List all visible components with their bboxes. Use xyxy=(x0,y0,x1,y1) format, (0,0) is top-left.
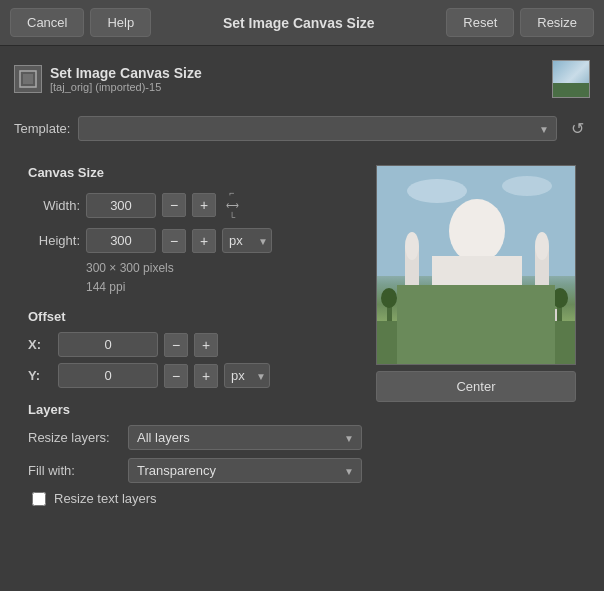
resize-text-label[interactable]: Resize text layers xyxy=(54,491,157,506)
dialog-sub-title: [taj_orig] (imported)-15 xyxy=(50,81,202,93)
resize-layers-select-wrapper: All layers Image layers All visible laye… xyxy=(128,425,362,450)
offset-x-increase-button[interactable]: + xyxy=(194,333,218,357)
svg-point-10 xyxy=(535,232,549,260)
width-label: Width: xyxy=(28,198,80,213)
offset-x-row: X: − + xyxy=(28,332,362,357)
template-label: Template: xyxy=(14,121,70,136)
offset-x-decrease-button[interactable]: − xyxy=(164,333,188,357)
width-input[interactable] xyxy=(86,193,156,218)
preview-image xyxy=(377,166,575,364)
offset-section: Offset X: − + Y: − + px in xyxy=(28,309,362,388)
pixel-info: 300 × 300 pixels 144 ppi xyxy=(86,259,362,297)
resize-text-checkbox[interactable] xyxy=(32,492,46,506)
help-button[interactable]: Help xyxy=(90,8,151,37)
resize-text-row: Resize text layers xyxy=(32,491,362,506)
height-increase-button[interactable]: + xyxy=(192,229,216,253)
link-bot: └ xyxy=(229,212,235,222)
resize-layers-label: Resize layers: xyxy=(28,430,118,445)
layers-section: Layers Resize layers: All layers Image l… xyxy=(28,402,362,506)
svg-point-5 xyxy=(449,199,505,263)
fill-with-select[interactable]: Transparency Background Color Foreground… xyxy=(128,458,362,483)
toolbar-title: Set Image Canvas Size xyxy=(157,15,440,31)
template-reset-button[interactable]: ↺ xyxy=(565,117,590,140)
canvas-icon xyxy=(14,65,42,93)
offset-x-input[interactable] xyxy=(58,332,158,357)
svg-rect-16 xyxy=(412,306,416,321)
svg-rect-13 xyxy=(462,321,492,365)
svg-point-21 xyxy=(531,295,543,311)
height-decrease-button[interactable]: − xyxy=(162,229,186,253)
svg-point-15 xyxy=(381,288,397,308)
height-row: Height: − + px in cm mm % ▼ xyxy=(28,228,362,253)
main-content: Set Image Canvas Size [taj_orig] (import… xyxy=(0,46,604,530)
unit-select-wrapper: px in cm mm % ▼ xyxy=(222,228,272,253)
reset-button[interactable]: Reset xyxy=(446,8,514,37)
svg-rect-12 xyxy=(377,321,576,365)
offset-y-decrease-button[interactable]: − xyxy=(164,364,188,388)
fill-with-select-wrapper: Transparency Background Color Foreground… xyxy=(128,458,362,483)
svg-point-8 xyxy=(405,232,419,260)
main-columns: Canvas Size Width: − + ⌐ ⟷ └ Height: − xyxy=(14,155,590,516)
left-panel: Canvas Size Width: − + ⌐ ⟷ └ Height: − xyxy=(28,165,362,506)
thumbnail-image xyxy=(552,60,590,98)
offset-x-label: X: xyxy=(28,337,52,352)
canvas-size-header: Canvas Size xyxy=(28,165,362,180)
pixel-info-line1: 300 × 300 pixels xyxy=(86,259,362,278)
svg-rect-20 xyxy=(535,306,539,321)
center-button[interactable]: Center xyxy=(376,371,576,402)
layers-header: Layers xyxy=(28,402,362,417)
svg-rect-1 xyxy=(23,74,33,84)
template-row: Template: ▼ ↺ xyxy=(14,116,590,141)
height-input[interactable] xyxy=(86,228,156,253)
width-row: Width: − + ⌐ ⟷ └ xyxy=(28,188,362,222)
width-increase-button[interactable]: + xyxy=(192,193,216,217)
offset-y-increase-button[interactable]: + xyxy=(194,364,218,388)
offset-y-input[interactable] xyxy=(58,363,158,388)
svg-rect-11 xyxy=(397,309,557,321)
fill-with-label: Fill with: xyxy=(28,463,118,478)
offset-unit-wrapper: px in cm ▼ xyxy=(224,363,270,388)
link-top: ⌐ xyxy=(229,188,234,198)
right-panel: Center xyxy=(376,165,576,506)
canvas-size-section: Canvas Size Width: − + ⌐ ⟷ └ Height: − xyxy=(28,165,362,297)
svg-rect-6 xyxy=(432,256,522,311)
cancel-button[interactable]: Cancel xyxy=(10,8,84,37)
dialog-title-text: Set Image Canvas Size [taj_orig] (import… xyxy=(50,65,202,93)
toolbar: Cancel Help Set Image Canvas Size Reset … xyxy=(0,0,604,46)
svg-point-17 xyxy=(408,295,420,311)
svg-point-19 xyxy=(552,288,568,308)
dialog-main-title: Set Image Canvas Size xyxy=(50,65,202,81)
unit-select[interactable]: px in cm mm % xyxy=(222,228,272,253)
width-decrease-button[interactable]: − xyxy=(162,193,186,217)
svg-point-4 xyxy=(502,176,552,196)
height-label: Height: xyxy=(28,233,80,248)
offset-header: Offset xyxy=(28,309,362,324)
dialog-title-row: Set Image Canvas Size [taj_orig] (import… xyxy=(14,54,590,104)
preview-container xyxy=(376,165,576,365)
dialog-title-info: Set Image Canvas Size [taj_orig] (import… xyxy=(14,65,202,93)
offset-y-label: Y: xyxy=(28,368,52,383)
pixel-info-line2: 144 ppi xyxy=(86,278,362,297)
link-mid: ⟷ xyxy=(226,200,239,210)
svg-point-3 xyxy=(407,179,467,203)
offset-unit-select[interactable]: px in cm xyxy=(224,363,270,388)
template-select-wrapper: ▼ xyxy=(78,116,557,141)
resize-button[interactable]: Resize xyxy=(520,8,594,37)
resize-layers-select[interactable]: All layers Image layers All visible laye… xyxy=(128,425,362,450)
link-icon: ⌐ ⟷ └ xyxy=(222,188,242,222)
fill-with-row: Fill with: Transparency Background Color… xyxy=(28,458,362,483)
template-select[interactable] xyxy=(78,116,557,141)
offset-y-row: Y: − + px in cm ▼ xyxy=(28,363,362,388)
resize-layers-row: Resize layers: All layers Image layers A… xyxy=(28,425,362,450)
